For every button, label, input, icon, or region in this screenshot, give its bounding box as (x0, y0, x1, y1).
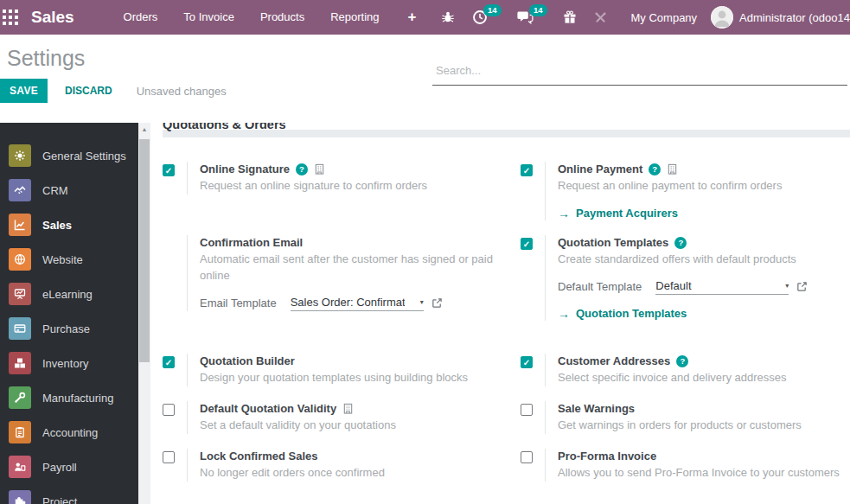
sidebar-item-crm[interactable]: CRM (0, 173, 138, 207)
plus-icon[interactable]: + (393, 1, 432, 34)
setting-label: Default Quotation Validity (200, 402, 336, 415)
top-navbar: Sales OrdersTo InvoiceProductsReporting … (0, 0, 850, 35)
sale-warnings-checkbox[interactable] (521, 404, 533, 416)
checkbox-cell: ✓ (163, 354, 175, 386)
setting-label: Quotation Templates (558, 236, 668, 249)
menu-products[interactable]: Products (247, 0, 317, 35)
gift-icon[interactable] (554, 0, 585, 35)
sidebar-item-label: Purchase (42, 322, 90, 335)
quotation-templates-checkbox[interactable]: ✓ (521, 238, 533, 250)
help-icon[interactable]: ? (676, 355, 688, 367)
card-icon (9, 317, 31, 340)
sidebar-item-website[interactable]: Website (0, 242, 138, 277)
activities-clock-icon[interactable]: 14 (463, 0, 496, 35)
customer-addresses-checkbox[interactable]: ✓ (521, 356, 533, 368)
sidebar-item-purchase[interactable]: Purchase (0, 311, 138, 346)
lock-confirmed-sales-checkbox[interactable] (163, 451, 175, 463)
help-icon[interactable]: ? (296, 163, 308, 175)
menu-to-invoice[interactable]: To Invoice (170, 0, 247, 35)
quotation-templates-link[interactable]: →Quotation Templates (558, 307, 808, 321)
tools-icon[interactable] (585, 0, 616, 35)
help-icon[interactable]: ? (649, 163, 661, 175)
sidebar-item-project[interactable]: Project (0, 484, 138, 504)
messages-chat-icon[interactable]: 14 (508, 0, 542, 35)
online-payment-checkbox[interactable]: ✓ (521, 164, 533, 176)
sidebar-item-label: General Settings (42, 150, 126, 163)
avatar[interactable] (711, 6, 733, 29)
setting-quotation-templates: ✓Quotation Templates?Create standardized… (521, 235, 850, 321)
save-button[interactable]: SAVE (0, 79, 48, 103)
discard-button[interactable]: DISCARD (54, 79, 123, 103)
field-value: Sales Order: Confirmatic (291, 296, 405, 309)
section-title: Quotations & Orders (163, 123, 286, 131)
section-header: Quotations & Orders (163, 123, 850, 137)
messages-badge: 14 (529, 4, 547, 16)
setting-pro-forma-invoice: Pro-Forma InvoiceAllows you to send Pro-… (521, 449, 850, 482)
sidebar-item-label: Manufacturing (42, 392, 113, 405)
setting-lock-confirmed-sales: Lock Confirmed SalesNo longer edit order… (163, 449, 521, 482)
checkbox-cell (163, 235, 175, 311)
external-link-icon[interactable] (431, 297, 443, 309)
quotation-builder-checkbox[interactable]: ✓ (163, 356, 175, 368)
setting-separator (187, 162, 188, 195)
settings-content: Quotations & Orders ✓Online Signature?Re… (150, 123, 850, 504)
clipboard-icon (9, 421, 31, 443)
field-label: Email Template (200, 297, 277, 309)
setting-customer-addresses: ✓Customer Addresses?Select specific invo… (521, 354, 850, 386)
chevron-down-icon: ▾ (785, 282, 789, 290)
sidebar-item-sales[interactable]: Sales (0, 207, 138, 242)
sidebar-item-inventory[interactable]: Inventory (0, 346, 138, 380)
setting-description: Design your quotation templates using bu… (200, 370, 468, 386)
unsaved-changes-status: Unsaved changes (137, 85, 227, 98)
default-template-select[interactable]: Default▾ (655, 279, 789, 295)
sidebar-item-manufacturing[interactable]: Manufacturing (0, 380, 138, 415)
setting-label: Customer Addresses (558, 354, 670, 367)
online-signature-checkbox[interactable]: ✓ (163, 164, 175, 176)
company-switcher[interactable]: My Company (631, 11, 698, 24)
menu-orders[interactable]: Orders (111, 0, 171, 35)
sidebar-scrollbar[interactable]: ▲ (138, 123, 150, 504)
scroll-up-icon[interactable]: ▲ (138, 126, 150, 132)
arrow-right-icon: → (558, 307, 570, 321)
checkbox-cell (163, 449, 175, 482)
apps-menu-icon[interactable] (0, 0, 21, 35)
setting-online-payment: ✓Online Payment?Request an online paymen… (521, 162, 850, 220)
link-label: Payment Acquirers (576, 207, 678, 220)
setting-label: Pro-Forma Invoice (558, 450, 656, 463)
external-link-icon[interactable] (796, 281, 808, 292)
search-input[interactable] (432, 62, 847, 86)
debug-bug-icon[interactable] (432, 0, 463, 35)
arrow-right-icon: → (558, 207, 570, 220)
email-template-select[interactable]: Sales Order: Confirmatic▾ (291, 296, 424, 311)
field-value: Default (655, 279, 691, 292)
pro-forma-invoice-checkbox[interactable] (521, 451, 533, 463)
app-menu: OrdersTo InvoiceProductsReporting (111, 0, 393, 35)
sidebar-item-accounting[interactable]: Accounting (0, 415, 138, 450)
sidebar-item-label: CRM (42, 184, 68, 197)
help-icon[interactable]: ? (674, 237, 687, 249)
setting-text: Online Signature?Request an online signa… (200, 162, 427, 195)
employee-icon (9, 456, 31, 478)
setting-description: Create standardized offers with default … (558, 252, 808, 268)
globe-icon (9, 248, 31, 271)
sidebar-item-general-settings[interactable]: General Settings (0, 138, 138, 173)
sidebar-item-label: eLearning (42, 288, 93, 301)
default-quotation-validity-checkbox[interactable] (163, 404, 175, 416)
setting-text: Lock Confirmed SalesNo longer edit order… (200, 449, 385, 482)
app-name[interactable]: Sales (31, 8, 74, 27)
company-icon (314, 163, 325, 175)
sidebar-item-elearning[interactable]: eLearning (0, 277, 138, 311)
scrollbar-thumb[interactable] (139, 139, 150, 362)
payment-acquirers-link[interactable]: →Payment Acquirers (558, 207, 782, 220)
checkbox-cell (163, 401, 175, 434)
setting-text: Pro-Forma InvoiceAllows you to send Pro-… (558, 449, 840, 482)
sidebar-item-label: Project (42, 495, 77, 504)
setting-label: Online Signature (200, 163, 290, 175)
wrench-icon (9, 386, 31, 409)
checkbox-cell (521, 401, 533, 434)
sidebar-item-payroll[interactable]: Payroll (0, 450, 138, 484)
setting-label: Quotation Builder (200, 354, 295, 367)
user-menu[interactable]: Administrator (odoo14 (739, 11, 850, 24)
menu-reporting[interactable]: Reporting (317, 0, 392, 35)
sidebar-item-label: Payroll (42, 461, 77, 474)
